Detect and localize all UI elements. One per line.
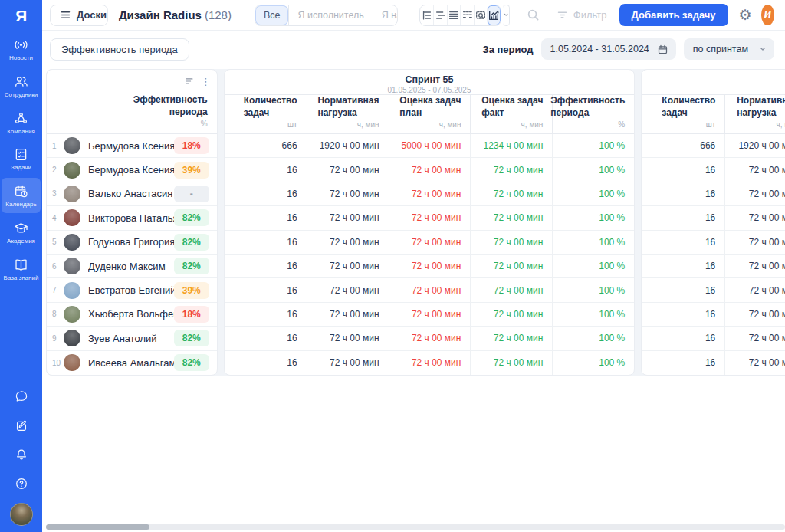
horizontal-scrollbar[interactable] (46, 524, 785, 530)
table-row[interactable]: 16 72 ч 00 мин (642, 327, 785, 350)
view-list-button[interactable] (447, 5, 460, 25)
period-date-range-input[interactable]: 1.05.2024 - 31.05.2024 (541, 38, 676, 60)
sidebar-item-employees[interactable]: Сотрудники (2, 68, 41, 103)
filter-assignee[interactable]: Я исполнитель (288, 5, 372, 25)
boards-button[interactable]: Доски (51, 5, 108, 25)
table-row[interactable]: 16 72 ч 00 мин 72 ч 00 мин 72 ч 00 мин 1… (225, 278, 635, 302)
cell-plan: 72 ч 00 мин (389, 158, 471, 181)
sidebar-item-knowledge-base[interactable]: База знаний (2, 251, 41, 287)
view-kanban-button[interactable] (460, 5, 473, 25)
scrollbar-thumb[interactable] (46, 524, 149, 530)
settings-button[interactable]: ⚙ (739, 8, 752, 22)
sidebar-item-label: Академия (7, 238, 35, 245)
table-row[interactable]: 16 72 ч 00 мин (642, 158, 785, 182)
table-row[interactable]: 16 72 ч 00 мин 72 ч 00 мин 72 ч 00 мин 1… (225, 327, 635, 350)
table-row[interactable]: 16 72 ч 00 мин 72 ч 00 мин 72 ч 00 мин 1… (225, 158, 635, 182)
search-button[interactable] (527, 8, 540, 21)
org-network-icon (13, 110, 29, 126)
filter-all[interactable]: Все (255, 5, 289, 25)
chat-bubble-icon (14, 389, 29, 404)
table-row[interactable]: 16 72 ч 00 мин (642, 303, 785, 327)
efficiency-badge: 18% (174, 137, 209, 154)
cell-plan: 72 ч 00 мин (389, 255, 471, 277)
tree-view-icon (421, 9, 433, 21)
view-caret-button[interactable] (503, 5, 510, 26)
sidebar-user-avatar[interactable] (10, 503, 33, 526)
table-row[interactable]: 16 72 ч 00 мин 72 ч 00 мин 72 ч 00 мин 1… (225, 351, 635, 375)
cell-tasks: 16 (225, 351, 307, 375)
cell-efficiency: 100 % (552, 206, 634, 229)
table-row[interactable]: 16 72 ч 00 мин 72 ч 00 мин 72 ч 00 мин 1… (225, 231, 635, 255)
table-row[interactable]: 16 72 ч 00 мин 72 ч 00 мин 72 ч 00 мин 1… (225, 255, 635, 278)
table-row[interactable]: 16 72 ч 00 мин (642, 255, 785, 278)
sidebar-item-calendar[interactable]: Календарь (2, 178, 41, 213)
efficiency-badge: - (174, 186, 209, 202)
notes-button[interactable] (6, 411, 37, 440)
app-logo[interactable]: R (0, 0, 42, 31)
table-row[interactable]: 16 72 ч 00 мин (642, 182, 785, 206)
table-row[interactable]: 16 72 ч 00 мин 72 ч 00 мин 72 ч 00 мин 1… (225, 303, 635, 327)
sprint-55-header: Спринт 55 01.05.2025 - 07.05.2025 Количе… (225, 70, 635, 134)
cell-tasks: 16 (225, 158, 307, 181)
group-by-select[interactable]: по спринтам (684, 38, 774, 60)
cell-norm: 72 ч 00 мин (724, 182, 785, 205)
table-row[interactable]: 3 Валько Анастасия - (47, 182, 217, 206)
row-number: 3 (47, 189, 64, 198)
sidebar-item-tasks[interactable]: Задачи (2, 141, 41, 176)
table-row[interactable]: 16 72 ч 00 мин 72 ч 00 мин 72 ч 00 мин 1… (225, 206, 635, 230)
view-analytics-button[interactable] (487, 5, 500, 25)
app-window: R Новости Сотрудники Компа (0, 0, 785, 532)
gear-icon: ⚙ (739, 7, 752, 23)
table-row[interactable]: 8 Хьюберта Вольфештельс.. 18% (47, 303, 217, 327)
table-row[interactable]: 16 72 ч 00 мин 72 ч 00 мин 72 ч 00 мин 1… (225, 182, 635, 206)
topbar-user-avatar[interactable]: И (761, 5, 774, 25)
table-row[interactable]: 5 Годунова Григория 82% (47, 231, 217, 255)
cell-tasks: 666 (642, 134, 724, 157)
sidebar-item-company[interactable]: Компания (2, 105, 41, 140)
cell-norm: 1920 ч 00 мин (307, 134, 389, 157)
table-row[interactable]: 6 Дуденко Максим 82% (47, 255, 217, 278)
view-tree-button[interactable] (420, 5, 433, 25)
sidebar-item-academy[interactable]: Академия (2, 215, 41, 250)
table-row[interactable]: 9 Зуев Анатолий 82% (47, 327, 217, 350)
avatar (64, 186, 80, 202)
filter-lines-icon (557, 9, 568, 21)
filter-observer[interactable]: Я наблюдатель (373, 5, 399, 25)
sprint-dates: 01.05.2025 - 07.05.2025 (225, 86, 635, 94)
next-sprint-header: Количествозадач шт Нормативнаянагрузка ч… (642, 70, 785, 134)
table-row[interactable]: 16 72 ч 00 мин (642, 231, 785, 255)
sidebar: R Новости Сотрудники Компа (0, 0, 42, 532)
filter-button[interactable]: Фильтр (557, 9, 607, 21)
help-button[interactable] (6, 469, 37, 498)
cell-fact: 72 ч 00 мин (470, 255, 552, 277)
table-row[interactable]: 4 Викторова Наталья 82% (47, 206, 217, 230)
sidebar-item-news[interactable]: Новости (2, 31, 41, 67)
table-row[interactable]: 16 72 ч 00 мин (642, 206, 785, 230)
table-row[interactable]: 7 Евстратов Евгений 39% (47, 278, 217, 302)
row-number: 9 (47, 334, 64, 343)
chat-button[interactable] (6, 382, 37, 411)
table-row[interactable]: 1 Бермудова Ксения 18% (47, 134, 217, 158)
book-icon (13, 257, 29, 273)
table-row[interactable]: 10 Ивсеева Амальгама 82% (47, 351, 217, 375)
view-overview-button[interactable] (474, 5, 487, 25)
cell-norm: 72 ч 00 мин (307, 303, 389, 326)
sort-icon[interactable] (184, 76, 195, 87)
logo-r-icon: R (15, 8, 27, 24)
cell-plan: 72 ч 00 мин (389, 327, 471, 350)
table-row[interactable]: 16 72 ч 00 мин (642, 351, 785, 375)
table-row[interactable]: 2 Бермудова Ксения 39% (47, 158, 217, 182)
table-row[interactable]: 666 1920 ч 00 мин 5000 ч 00 мин 1234 ч 0… (225, 134, 635, 158)
cell-efficiency: 100 % (552, 278, 634, 301)
avatar (64, 234, 80, 251)
add-task-button[interactable]: Добавить задачу (619, 4, 728, 26)
cell-plan: 72 ч 00 мин (389, 278, 471, 301)
view-gantt-button[interactable] (433, 5, 446, 25)
table-row[interactable]: 666 1920 ч 00 мин (642, 134, 785, 158)
cell-tasks: 666 (225, 134, 307, 157)
table-row[interactable]: 16 72 ч 00 мин (642, 278, 785, 302)
kebab-menu-icon[interactable]: ⋮ (201, 77, 211, 87)
cell-norm: 72 ч 00 мин (307, 278, 389, 301)
report-tab-efficiency[interactable]: Эффективность периода (50, 38, 189, 61)
notifications-button[interactable] (6, 440, 37, 469)
